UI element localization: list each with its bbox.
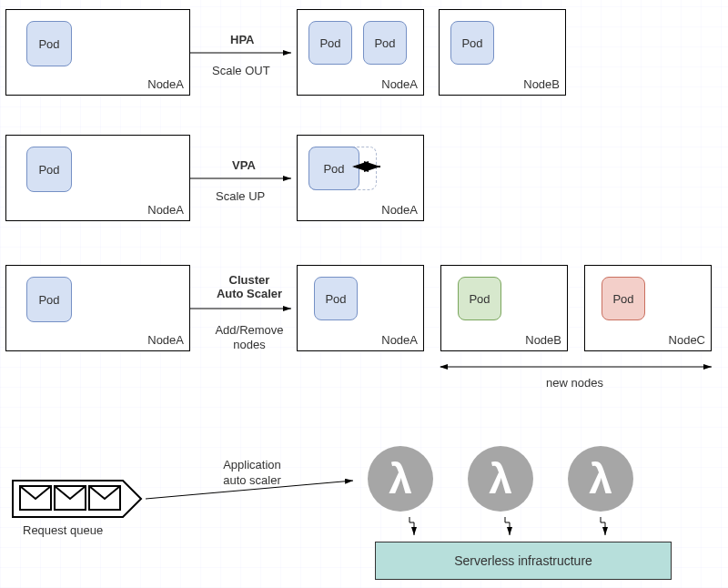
node-label: NodeB xyxy=(523,77,560,91)
lambda-to-infra-arrow xyxy=(505,517,510,535)
svg-point-7 xyxy=(568,446,633,512)
pod-label: Pod xyxy=(461,36,482,50)
lambda-to-infra-arrow xyxy=(601,517,605,535)
pod-box: Pod xyxy=(314,277,358,320)
svg-rect-0 xyxy=(20,486,51,510)
vpa-source-node: Pod NodeA xyxy=(5,135,190,221)
pod-label: Pod xyxy=(319,36,340,50)
cas-title: Cluster Auto Scaler xyxy=(206,273,293,300)
pod-box: Pod xyxy=(26,147,72,192)
lambda-icon: λ xyxy=(468,446,533,512)
hpa-target-node-b: Pod NodeB xyxy=(439,9,566,96)
pod-label: Pod xyxy=(38,163,59,177)
hpa-source-node: Pod NodeA xyxy=(5,9,190,96)
hpa-target-node-a: Pod Pod NodeA xyxy=(297,9,424,96)
serverless-infra-label: Serverless infrastructure xyxy=(454,553,592,568)
node-label: NodeA xyxy=(381,333,418,347)
app-autoscaler-title: Application auto scaler xyxy=(202,458,302,489)
vpa-title: VPA xyxy=(232,158,256,172)
pod-box: Pod xyxy=(602,277,645,320)
node-label: NodeA xyxy=(147,203,184,217)
svg-rect-2 xyxy=(89,486,120,510)
pod-box: Pod xyxy=(26,277,72,322)
svg-text:λ: λ xyxy=(489,455,512,502)
pod-label: Pod xyxy=(325,292,346,306)
node-label: NodeA xyxy=(381,203,418,217)
cas-subtitle: Add/Remove nodes xyxy=(206,323,293,353)
pod-label: Pod xyxy=(323,162,344,176)
cas-target-node-a: Pod NodeA xyxy=(297,265,424,351)
hpa-subtitle: Scale OUT xyxy=(212,64,270,77)
pod-box: Pod xyxy=(458,277,501,320)
cas-target-node-c: Pod NodeC xyxy=(584,265,712,351)
serverless-infra-box: Serverless infrastructure xyxy=(375,542,672,580)
node-label: NodeC xyxy=(669,333,705,347)
pod-box: Pod xyxy=(308,147,359,190)
request-queue-icon xyxy=(13,481,141,517)
svg-rect-1 xyxy=(55,486,86,510)
cas-target-node-b: Pod NodeB xyxy=(440,265,568,351)
pod-box: Pod xyxy=(450,21,494,65)
new-nodes-label: new nodes xyxy=(546,376,603,390)
pod-label: Pod xyxy=(469,292,490,306)
node-label: NodeB xyxy=(525,333,561,347)
lambda-to-infra-arrow xyxy=(410,517,414,535)
node-label: NodeA xyxy=(147,77,184,91)
lambda-icon: λ xyxy=(368,446,433,512)
pod-box: Pod xyxy=(308,21,352,65)
cas-source-node: Pod NodeA xyxy=(5,265,190,351)
svg-point-3 xyxy=(368,446,433,512)
pod-box: Pod xyxy=(363,21,407,65)
pod-label: Pod xyxy=(38,37,59,51)
svg-text:λ: λ xyxy=(389,455,412,502)
vpa-target-node: Pod NodeA xyxy=(297,135,424,221)
node-label: NodeA xyxy=(381,77,418,91)
svg-point-5 xyxy=(468,446,533,512)
hpa-title: HPA xyxy=(230,33,254,46)
pod-box: Pod xyxy=(26,21,72,66)
request-queue-label: Request queue xyxy=(23,523,103,537)
pod-label: Pod xyxy=(38,293,59,307)
pod-label: Pod xyxy=(374,36,395,50)
node-label: NodeA xyxy=(147,333,184,347)
lambda-icon: λ xyxy=(568,446,633,512)
vpa-subtitle: Scale UP xyxy=(216,189,265,203)
svg-text:λ: λ xyxy=(589,455,612,502)
pod-label: Pod xyxy=(612,292,633,306)
